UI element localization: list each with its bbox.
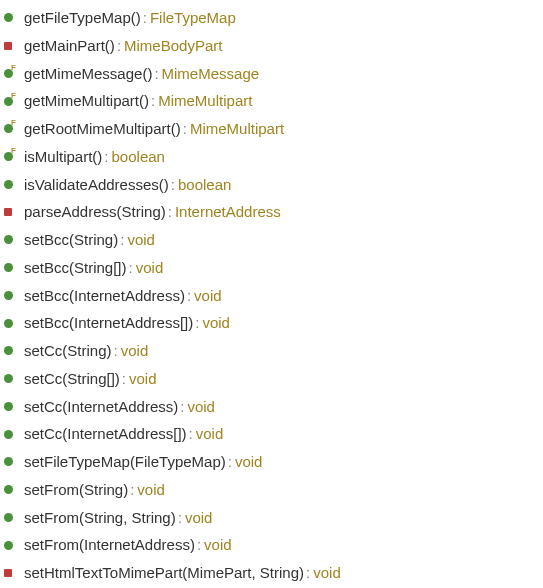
return-type: void bbox=[194, 285, 222, 307]
return-type: void bbox=[204, 534, 232, 556]
visibility-icon-wrap bbox=[4, 291, 24, 300]
method-signature: getRootMimeMultipart() bbox=[24, 118, 181, 140]
method-item[interactable]: getMainPart():MimeBodyPart bbox=[0, 32, 543, 60]
visibility-icon-wrap: F bbox=[4, 69, 24, 78]
method-signature: setCc(InternetAddress[]) bbox=[24, 423, 187, 445]
public-visibility-icon bbox=[4, 541, 13, 550]
type-separator: : bbox=[180, 396, 184, 418]
return-type: void bbox=[137, 479, 165, 501]
type-separator: : bbox=[117, 35, 121, 57]
private-visibility-icon bbox=[4, 569, 12, 577]
type-separator: : bbox=[104, 146, 108, 168]
method-item[interactable]: parseAddress(String):InternetAddress bbox=[0, 198, 543, 226]
private-visibility-icon bbox=[4, 208, 12, 216]
method-signature: setBcc(String) bbox=[24, 229, 118, 251]
method-signature: getMainPart() bbox=[24, 35, 115, 57]
visibility-icon-wrap: F bbox=[4, 152, 24, 161]
method-signature: setFrom(InternetAddress) bbox=[24, 534, 195, 556]
method-signature: setBcc(InternetAddress[]) bbox=[24, 312, 193, 334]
method-item[interactable]: setFrom(String):void bbox=[0, 476, 543, 504]
method-item[interactable]: setHtmlTextToMimePart(MimePart, String):… bbox=[0, 559, 543, 587]
method-item[interactable]: FgetMimeMultipart():MimeMultipart bbox=[0, 87, 543, 115]
return-type: InternetAddress bbox=[175, 201, 281, 223]
type-separator: : bbox=[122, 368, 126, 390]
return-type: MimeMultipart bbox=[158, 90, 252, 112]
visibility-icon-wrap: F bbox=[4, 124, 24, 133]
method-item[interactable]: setCc(InternetAddress[]):void bbox=[0, 420, 543, 448]
method-signature: getMimeMessage() bbox=[24, 63, 152, 85]
type-separator: : bbox=[178, 507, 182, 529]
public-visibility-icon bbox=[4, 346, 13, 355]
method-item[interactable]: setCc(InternetAddress):void bbox=[0, 393, 543, 421]
return-type: void bbox=[235, 451, 263, 473]
type-separator: : bbox=[151, 90, 155, 112]
type-separator: : bbox=[154, 63, 158, 85]
method-signature: setHtmlTextToMimePart(MimePart, String) bbox=[24, 562, 304, 584]
method-item[interactable]: FgetMimeMessage():MimeMessage bbox=[0, 60, 543, 88]
return-type: void bbox=[136, 257, 164, 279]
visibility-icon-wrap bbox=[4, 457, 24, 466]
type-separator: : bbox=[306, 562, 310, 584]
type-separator: : bbox=[195, 312, 199, 334]
method-item[interactable]: setFrom(InternetAddress):void bbox=[0, 531, 543, 559]
method-outline-list: getFileTypeMap():FileTypeMapgetMainPart(… bbox=[0, 4, 543, 588]
method-item[interactable]: setCc(String):void bbox=[0, 337, 543, 365]
method-item[interactable]: setFileTypeMap(FileTypeMap):void bbox=[0, 448, 543, 476]
type-separator: : bbox=[114, 340, 118, 362]
type-separator: : bbox=[228, 451, 232, 473]
return-type: MimeBodyPart bbox=[124, 35, 222, 57]
return-type: boolean bbox=[178, 174, 231, 196]
public-visibility-icon bbox=[4, 402, 13, 411]
method-item[interactable]: getFileTypeMap():FileTypeMap bbox=[0, 4, 543, 32]
final-badge-icon: F bbox=[11, 64, 16, 72]
method-item[interactable]: setBcc(String[]):void bbox=[0, 254, 543, 282]
type-separator: : bbox=[143, 7, 147, 29]
type-separator: : bbox=[187, 285, 191, 307]
method-item[interactable]: setCc(String[]):void bbox=[0, 365, 543, 393]
type-separator: : bbox=[130, 479, 134, 501]
final-badge-icon: F bbox=[11, 119, 16, 127]
return-type: void bbox=[202, 312, 230, 334]
public-visibility-icon bbox=[4, 319, 13, 328]
visibility-icon-wrap bbox=[4, 263, 24, 272]
visibility-icon-wrap bbox=[4, 541, 24, 550]
type-separator: : bbox=[129, 257, 133, 279]
visibility-icon-wrap bbox=[4, 208, 24, 216]
visibility-icon-wrap bbox=[4, 346, 24, 355]
visibility-icon-wrap bbox=[4, 42, 24, 50]
type-separator: : bbox=[197, 534, 201, 556]
type-separator: : bbox=[189, 423, 193, 445]
type-separator: : bbox=[168, 201, 172, 223]
method-item[interactable]: setBcc(InternetAddress):void bbox=[0, 282, 543, 310]
method-item[interactable]: FgetRootMimeMultipart():MimeMultipart bbox=[0, 115, 543, 143]
method-signature: setCc(String) bbox=[24, 340, 112, 362]
visibility-icon-wrap bbox=[4, 180, 24, 189]
public-visibility-icon bbox=[4, 180, 13, 189]
visibility-icon-wrap: F bbox=[4, 97, 24, 106]
public-visibility-icon bbox=[4, 485, 13, 494]
method-signature: isMultipart() bbox=[24, 146, 102, 168]
visibility-icon-wrap bbox=[4, 485, 24, 494]
method-signature: setCc(InternetAddress) bbox=[24, 396, 178, 418]
method-signature: setFileTypeMap(FileTypeMap) bbox=[24, 451, 226, 473]
return-type: FileTypeMap bbox=[150, 7, 236, 29]
method-item[interactable]: FisMultipart():boolean bbox=[0, 143, 543, 171]
method-item[interactable]: setFrom(String, String):void bbox=[0, 504, 543, 532]
method-item[interactable]: isValidateAddresses():boolean bbox=[0, 171, 543, 199]
return-type: void bbox=[127, 229, 155, 251]
public-visibility-icon bbox=[4, 457, 13, 466]
method-signature: setFrom(String, String) bbox=[24, 507, 176, 529]
visibility-icon-wrap bbox=[4, 402, 24, 411]
visibility-icon-wrap bbox=[4, 430, 24, 439]
public-visibility-icon bbox=[4, 513, 13, 522]
private-visibility-icon bbox=[4, 42, 12, 50]
return-type: void bbox=[313, 562, 341, 584]
method-item[interactable]: setBcc(String):void bbox=[0, 226, 543, 254]
public-visibility-icon bbox=[4, 13, 13, 22]
visibility-icon-wrap bbox=[4, 513, 24, 522]
method-item[interactable]: setBcc(InternetAddress[]):void bbox=[0, 309, 543, 337]
method-signature: setFrom(String) bbox=[24, 479, 128, 501]
public-visibility-icon bbox=[4, 263, 13, 272]
method-signature: parseAddress(String) bbox=[24, 201, 166, 223]
return-type: void bbox=[187, 396, 215, 418]
